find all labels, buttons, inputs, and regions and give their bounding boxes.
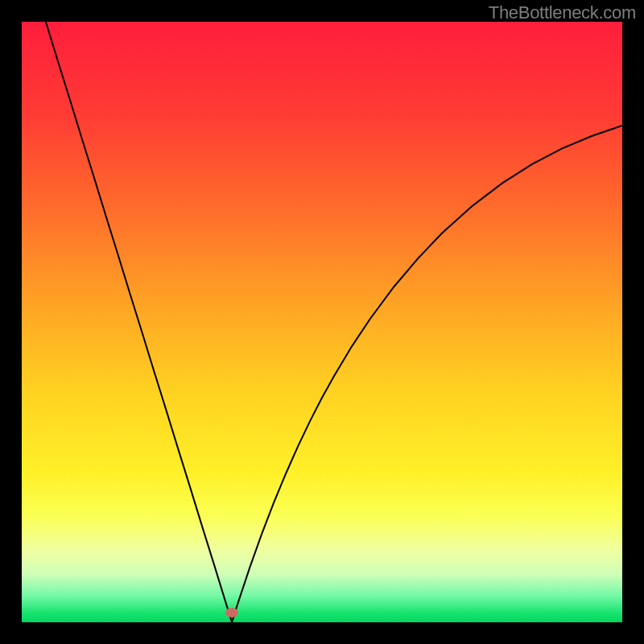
chart-background: [22, 22, 622, 622]
watermark-text: TheBottleneck.com: [489, 2, 636, 23]
chart-frame: TheBottleneck.com: [0, 0, 644, 644]
chart-svg: [22, 22, 622, 622]
plot-area: [22, 22, 622, 622]
